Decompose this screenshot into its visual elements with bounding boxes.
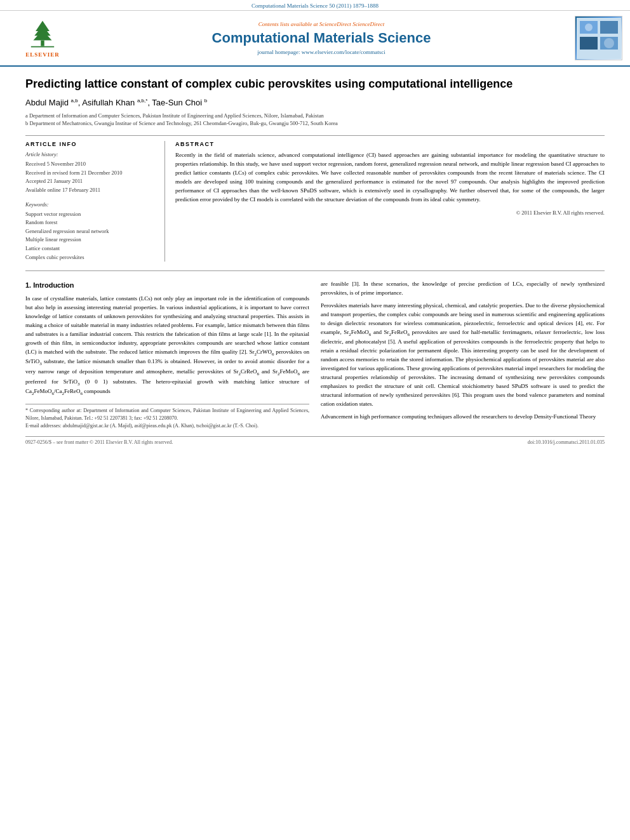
journal-thumbnail-area xyxy=(565,16,622,60)
main-content-area: Predicting lattice constant of complex c… xyxy=(0,67,630,455)
intro-para-right-3: Advancement in high performance computin… xyxy=(321,413,605,422)
footnote-email: E-mail addresses: abdulmajid@gist.ac.kr … xyxy=(25,422,309,430)
intro-section-title: 1. Introduction xyxy=(25,280,309,291)
journal-title-area: Contents lists available at ScienceDirec… xyxy=(77,21,565,55)
svg-rect-8 xyxy=(580,37,598,50)
abstract-header: ABSTRACT xyxy=(175,141,605,147)
abstract-text: Recently in the field of materials scien… xyxy=(175,151,605,204)
keyword-5: Lattice constant xyxy=(25,244,157,253)
keyword-6: Complex cubic perovskites xyxy=(25,253,157,262)
journal-name: Computational Materials Science xyxy=(77,30,565,46)
article-info-header: ARTICLE INFO xyxy=(25,141,157,147)
svg-rect-7 xyxy=(600,21,618,34)
received-date: Received 5 November 2010 xyxy=(25,160,157,169)
available-online-date: Available online 17 February 2011 xyxy=(25,186,157,195)
affiliations: a Department of Information and Computer… xyxy=(25,112,605,128)
keyword-3: Generalized regression neural network xyxy=(25,227,157,236)
svg-point-10 xyxy=(585,23,593,31)
affil-a: a,b xyxy=(71,98,78,103)
article-info-panel: ARTICLE INFO Article history: Received 5… xyxy=(25,141,165,262)
footer-copyright: 0927-0256/$ – see front matter © 2011 El… xyxy=(25,439,173,445)
keywords-section: Keywords: Support vector regression Rand… xyxy=(25,201,157,262)
keyword-2: Random forest xyxy=(25,218,157,227)
footnote-star: * Corresponding author at: Department of… xyxy=(25,407,309,422)
abstract-panel: ABSTRACT Recently in the field of materi… xyxy=(175,141,605,262)
intro-column-left: 1. Introduction In case of crystalline m… xyxy=(25,280,309,430)
article-info-abstract-section: ARTICLE INFO Article history: Received 5… xyxy=(25,135,605,262)
affil-b: b xyxy=(204,98,207,103)
introduction-section: 1. Introduction In case of crystalline m… xyxy=(25,280,605,430)
accepted-date: Accepted 21 January 2011 xyxy=(25,177,157,186)
keyword-4: Multiple linear regression xyxy=(25,236,157,244)
svg-point-11 xyxy=(604,38,614,48)
received-revised-date: Received in revised form 21 December 201… xyxy=(25,169,157,178)
affil-ab: a,b,* xyxy=(137,98,147,103)
journal-cover-thumbnail xyxy=(575,16,622,60)
footnote-divider xyxy=(25,404,309,404)
elsevier-brand-text: ELSEVIER xyxy=(25,51,60,58)
authors-line: Abdul Majid a,b, Asifullah Khan a,b,*, T… xyxy=(25,98,605,107)
intro-para-right-1: are feasible [3]. In these scenarios, th… xyxy=(321,280,605,298)
journal-citation: Computational Materials Science 50 (2011… xyxy=(251,3,379,9)
publisher-logo-area: ELSEVIER xyxy=(8,18,77,58)
intro-column-right: are feasible [3]. In these scenarios, th… xyxy=(321,280,605,430)
svg-rect-0 xyxy=(41,41,44,46)
footer-doi: doi:10.1016/j.commatsci.2011.01.035 xyxy=(528,439,605,445)
keyword-1: Support vector regression xyxy=(25,210,157,219)
elsevier-tree-icon xyxy=(23,18,62,50)
intro-para-right-2: Perovskites materials have many interest… xyxy=(321,302,605,409)
journal-citation-bar: Computational Materials Science 50 (2011… xyxy=(0,0,630,11)
affiliation-b: b Department of Mechatronics, Gwangju In… xyxy=(25,119,605,128)
sciencedirect-brand: ScienceDirect xyxy=(352,21,384,27)
journal-homepage: journal homepage: www.elsevier.com/locat… xyxy=(77,49,565,55)
footer-bar: 0927-0256/$ – see front matter © 2011 El… xyxy=(25,436,605,445)
sciencedirect-link: Contents lists available at ScienceDirec… xyxy=(77,21,565,27)
elsevier-logo: ELSEVIER xyxy=(23,18,62,58)
journal-header: ELSEVIER Contents lists available at Sci… xyxy=(0,11,630,67)
section-divider xyxy=(25,270,605,271)
cover-image xyxy=(577,18,621,59)
copyright-notice: © 2011 Elsevier B.V. All rights reserved… xyxy=(175,210,605,216)
intro-para-1: In case of crystalline materials, lattic… xyxy=(25,295,309,397)
article-history-label: Article history: xyxy=(25,151,157,157)
affiliation-a: a Department of Information and Computer… xyxy=(25,112,605,120)
keywords-label: Keywords: xyxy=(25,201,157,208)
paper-title: Predicting lattice constant of complex c… xyxy=(25,77,605,91)
